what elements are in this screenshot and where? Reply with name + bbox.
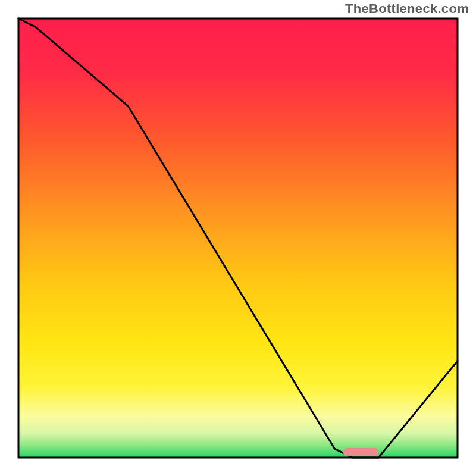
optimal-marker (343, 448, 378, 456)
plot-area (18, 18, 458, 458)
bottleneck-chart (0, 0, 476, 476)
plot-background (18, 18, 458, 458)
chart-container: TheBottleneck.com (0, 0, 476, 476)
